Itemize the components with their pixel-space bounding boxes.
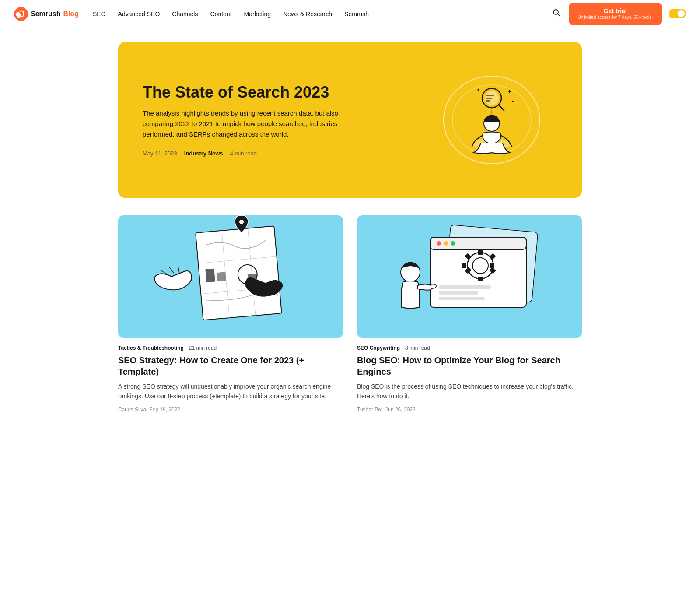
logo-link[interactable]: Semrush Blog xyxy=(14,7,79,21)
svg-rect-47 xyxy=(439,285,491,289)
svg-rect-24 xyxy=(217,272,226,281)
logo-blog-text: Blog xyxy=(63,10,79,18)
hero-meta: May 11, 2023 Industry News 4 min read xyxy=(143,150,353,157)
hero-illustration: ✦ ✦ ✦ xyxy=(426,63,557,177)
search-button[interactable] xyxy=(551,7,562,21)
article-1-category: Tactics & Troubleshooting xyxy=(118,345,184,351)
svg-line-10 xyxy=(499,105,504,110)
nav-seo[interactable]: SEO xyxy=(93,11,106,18)
article-2-category: SEO Copywriting xyxy=(357,345,400,351)
article-2-read-time: 8 min read xyxy=(405,345,430,351)
articles-grid: Tactics & Troubleshooting 21 min read SE… xyxy=(118,215,582,413)
hero-read-time: 4 min read xyxy=(230,150,257,157)
svg-rect-48 xyxy=(439,291,478,295)
svg-point-36 xyxy=(451,241,455,246)
get-trial-sub: Unlimited access for 7 days. 55+ tools. xyxy=(578,15,653,20)
svg-rect-16 xyxy=(486,100,490,102)
svg-point-26 xyxy=(239,220,244,224)
get-trial-button[interactable]: Get trial Unlimited access for 7 days. 5… xyxy=(569,3,662,25)
get-trial-label: Get trial xyxy=(604,7,627,15)
article-image-1[interactable] xyxy=(118,215,343,338)
nav-links: SEO Advanced SEO Channels Content Market… xyxy=(93,11,551,18)
svg-text:✦: ✦ xyxy=(511,99,514,103)
svg-rect-23 xyxy=(205,269,215,283)
page-content: The State of Search 2023 The analysis hi… xyxy=(109,28,591,427)
article-1-meta: Tactics & Troubleshooting 21 min read xyxy=(118,345,343,351)
nav-advanced-seo[interactable]: Advanced SEO xyxy=(118,11,160,18)
nav-semrush[interactable]: Semrush xyxy=(344,11,369,18)
article-card-2: SEO Copywriting 8 min read Blog SEO: How… xyxy=(357,215,582,413)
hero-illustration-svg: ✦ ✦ ✦ xyxy=(426,63,557,177)
svg-rect-40 xyxy=(478,277,483,281)
svg-rect-41 xyxy=(462,263,466,268)
logo-semrush-text: Semrush xyxy=(31,10,60,18)
hero-category: Industry News xyxy=(184,150,223,157)
svg-rect-39 xyxy=(478,250,483,255)
article-1-illustration xyxy=(118,215,343,338)
hero-date: May 11, 2023 xyxy=(143,150,177,157)
nav-right: Get trial Unlimited access for 7 days. 5… xyxy=(551,3,686,25)
hero-description: The analysis highlights trends by using … xyxy=(143,108,353,140)
search-icon xyxy=(553,9,560,17)
article-card-1: Tactics & Troubleshooting 21 min read SE… xyxy=(118,215,343,413)
article-2-title[interactable]: Blog SEO: How to Optimize Your Blog for … xyxy=(357,355,582,377)
svg-rect-49 xyxy=(439,297,485,300)
article-2-meta: SEO Copywriting 8 min read xyxy=(357,345,582,351)
nav-channels[interactable]: Channels xyxy=(172,11,198,18)
nav-news-research[interactable]: News & Research xyxy=(283,11,332,18)
svg-point-2 xyxy=(553,10,558,14)
article-1-title[interactable]: SEO Strategy: How to Create One for 2023… xyxy=(118,355,343,377)
svg-rect-14 xyxy=(486,95,494,96)
article-image-2[interactable] xyxy=(357,215,582,338)
svg-point-34 xyxy=(437,241,441,246)
hero-title: The State of Search 2023 xyxy=(143,83,353,101)
article-2-author: Tushar Pol Jun 26, 2023 xyxy=(357,407,582,413)
article-2-description: Blog SEO is the process of using SEO tec… xyxy=(357,382,582,401)
hero-text: The State of Search 2023 The analysis hi… xyxy=(143,83,353,157)
article-1-read-time: 21 min read xyxy=(189,345,217,351)
svg-line-3 xyxy=(558,14,560,16)
hero-card[interactable]: The State of Search 2023 The analysis hi… xyxy=(118,42,582,198)
navigation: Semrush Blog SEO Advanced SEO Channels C… xyxy=(0,0,700,28)
svg-rect-15 xyxy=(486,98,492,99)
svg-text:✦: ✦ xyxy=(507,88,512,95)
nav-content[interactable]: Content xyxy=(210,11,231,18)
article-1-author: Carlos Silva Sep 19, 2022 xyxy=(118,407,343,413)
article-2-illustration xyxy=(357,215,582,338)
svg-point-35 xyxy=(444,241,448,246)
semrush-logo-icon xyxy=(14,7,28,21)
nav-marketing[interactable]: Marketing xyxy=(244,11,271,18)
theme-toggle[interactable] xyxy=(668,9,686,18)
article-1-description: A strong SEO strategy will unquestionabl… xyxy=(118,382,343,401)
svg-text:✦: ✦ xyxy=(476,88,480,92)
